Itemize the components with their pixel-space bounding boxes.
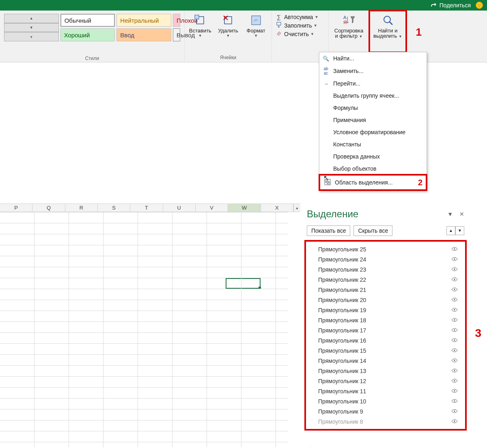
style-normal[interactable]: Обычный	[60, 14, 115, 27]
object-list-item[interactable]: Прямоугольник 19	[307, 305, 464, 315]
visibility-eye-icon[interactable]	[451, 277, 458, 283]
clear-button[interactable]: Очистить ▼	[274, 30, 327, 38]
pane-close-icon[interactable]: ✕	[459, 211, 464, 217]
insert-label: Вставить	[189, 28, 211, 34]
selected-cell[interactable]	[226, 278, 261, 289]
object-name: Прямоугольник 11	[318, 388, 366, 394]
visibility-eye-icon[interactable]	[451, 256, 458, 262]
pane-menu-icon[interactable]: ▼	[447, 211, 453, 217]
column-header-X[interactable]: X	[261, 204, 293, 212]
object-list-item[interactable]: Прямоугольник 14	[307, 356, 464, 366]
object-list-item[interactable]: Прямоугольник 16	[307, 335, 464, 345]
visibility-eye-icon[interactable]	[451, 337, 458, 343]
sigma-icon: ∑	[275, 14, 282, 20]
object-list-item[interactable]: Прямоугольник 15	[307, 345, 464, 356]
format-button[interactable]: Формат ▼	[243, 13, 269, 39]
visibility-eye-icon[interactable]	[451, 408, 458, 414]
menu-data-validation[interactable]: Проверка данных	[319, 150, 427, 163]
autosum-button[interactable]: ∑ Автосумма ▼	[274, 13, 327, 21]
style-bad[interactable]: Плохой	[173, 14, 180, 27]
visibility-eye-icon[interactable]	[451, 327, 458, 333]
delete-button[interactable]: Удалить ▼	[215, 13, 241, 39]
share-icon	[431, 2, 437, 9]
replace-icon: abac	[322, 66, 330, 75]
insert-button[interactable]: Вставить ▼	[187, 13, 213, 39]
column-header-R[interactable]: R	[65, 204, 98, 212]
move-up-button[interactable]: ▲	[446, 226, 455, 235]
visibility-eye-icon[interactable]	[451, 287, 458, 293]
gallery-up-icon[interactable]: ▲	[4, 14, 59, 23]
visibility-eye-icon[interactable]	[451, 368, 458, 374]
column-header-P[interactable]: P	[0, 204, 32, 212]
menu-replace[interactable]: abac Заменить...	[319, 64, 427, 77]
column-header-U[interactable]: U	[163, 204, 196, 212]
visibility-eye-icon[interactable]	[451, 266, 458, 272]
visibility-eye-icon[interactable]	[451, 297, 458, 303]
column-header-T[interactable]: T	[130, 204, 163, 212]
fill-button[interactable]: Заполнить ▼	[274, 21, 327, 30]
object-list-item[interactable]: Прямоугольник 11	[307, 386, 464, 396]
object-list-item[interactable]: Прямоугольник 20	[307, 295, 464, 305]
style-neutral[interactable]: Нейтральный	[116, 14, 171, 27]
show-all-button[interactable]: Показать все	[307, 225, 350, 236]
grid-body[interactable]	[0, 212, 300, 447]
object-list-item[interactable]: Прямоугольник 22	[307, 274, 464, 285]
menu-find[interactable]: 🔍 Найти...	[319, 52, 427, 64]
move-down-button[interactable]: ▼	[455, 226, 464, 235]
column-header-S[interactable]: S	[98, 204, 130, 212]
svg-point-16	[454, 259, 455, 260]
styles-gallery[interactable]: Обычный Нейтральный Плохой ▲ ▼ ▾ Хороший…	[4, 14, 180, 41]
gallery-more-icon[interactable]: ▾	[4, 32, 59, 41]
menu-goto-special[interactable]: Выделить группу ячеек...	[319, 90, 427, 102]
annotation-box-3: Прямоугольник 25Прямоугольник 24Прямоуго…	[304, 240, 467, 431]
share-button[interactable]: Поделиться	[431, 2, 471, 9]
style-output[interactable]: Вывод	[173, 28, 180, 41]
menu-conditional-formatting[interactable]: Условное форматирование	[319, 126, 427, 138]
object-list-item[interactable]: Прямоугольник 17	[307, 325, 464, 335]
column-header-V[interactable]: V	[196, 204, 228, 212]
menu-constants[interactable]: Константы	[319, 138, 427, 150]
visibility-eye-icon[interactable]	[451, 418, 458, 424]
object-name: Прямоугольник 18	[318, 317, 366, 324]
object-list-item[interactable]: Прямоугольник 18	[307, 315, 464, 325]
visibility-eye-icon[interactable]	[451, 388, 458, 394]
object-list-item[interactable]: Прямоугольник 23	[307, 264, 464, 274]
object-list-item[interactable]: Прямоугольник 9	[307, 406, 464, 416]
object-list: Прямоугольник 25Прямоугольник 24Прямоуго…	[307, 244, 464, 427]
object-list-item[interactable]: Прямоугольник 24	[307, 254, 464, 264]
visibility-eye-icon[interactable]	[451, 378, 458, 384]
svg-point-18	[454, 279, 455, 280]
object-list-item[interactable]: Прямоугольник 21	[307, 285, 464, 295]
object-list-item[interactable]: Прямоугольник 10	[307, 396, 464, 406]
gallery-down-icon[interactable]: ▼	[4, 23, 59, 32]
column-header-W[interactable]: W	[228, 204, 261, 212]
menu-formulas[interactable]: Формулы	[319, 102, 427, 114]
object-list-item[interactable]: Прямоугольник 13	[307, 366, 464, 376]
hide-all-button[interactable]: Скрыть все	[353, 225, 392, 236]
menu-goto[interactable]: → Перейти...	[319, 77, 427, 90]
object-list-item[interactable]: Прямоугольник 12	[307, 376, 464, 386]
find-select-button[interactable]: Найти и выделить ▼	[371, 13, 405, 40]
menu-comments[interactable]: Примечания	[319, 114, 427, 126]
visibility-eye-icon[interactable]	[451, 347, 458, 354]
pane-title-text: Выделение	[307, 208, 358, 220]
spreadsheet[interactable]: PQRSTUVWX▲	[0, 204, 300, 447]
visibility-eye-icon[interactable]	[451, 398, 458, 404]
gallery-scroll[interactable]: ▲ ▼ ▾	[4, 14, 59, 41]
sort-filter-button[interactable]: AЯ Сортировка и фильтр ▼	[330, 13, 367, 40]
visibility-eye-icon[interactable]	[451, 317, 458, 323]
object-list-item[interactable]: Прямоугольник 8	[307, 416, 464, 427]
visibility-eye-icon[interactable]	[451, 358, 458, 364]
menu-selection-pane[interactable]: Область выделения...	[321, 176, 418, 189]
scroll-up-icon[interactable]: ▲	[293, 204, 300, 212]
column-header-Q[interactable]: Q	[32, 204, 65, 212]
feedback-smiley-icon[interactable]: 🙂	[476, 2, 483, 9]
visibility-eye-icon[interactable]	[451, 246, 458, 252]
object-list-item[interactable]: Прямоугольник 25	[307, 244, 464, 254]
annotation-label-2: 2	[418, 178, 422, 187]
svg-point-27	[454, 370, 455, 371]
visibility-eye-icon[interactable]	[451, 307, 458, 313]
style-good[interactable]: Хороший	[60, 28, 115, 41]
style-input[interactable]: Ввод	[116, 28, 171, 41]
menu-select-objects[interactable]: Выбор объектов	[319, 163, 427, 175]
